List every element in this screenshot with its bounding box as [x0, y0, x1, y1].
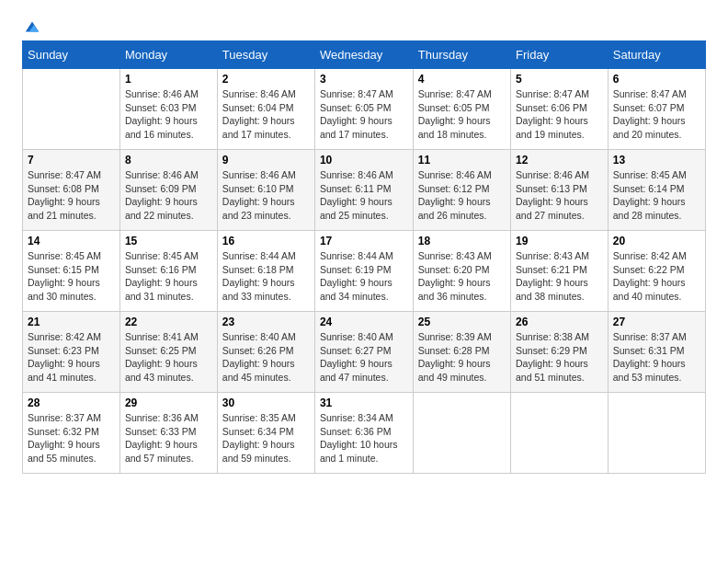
calendar-cell: 15Sunrise: 8:45 AM Sunset: 6:16 PM Dayli… [119, 231, 217, 312]
calendar-cell: 16Sunrise: 8:44 AM Sunset: 6:18 PM Dayli… [217, 231, 314, 312]
calendar-cell: 31Sunrise: 8:34 AM Sunset: 6:36 PM Dayli… [314, 393, 413, 474]
calendar-cell: 5Sunrise: 8:47 AM Sunset: 6:06 PM Daylig… [511, 69, 609, 150]
calendar-week-5: 28Sunrise: 8:37 AM Sunset: 6:32 PM Dayli… [23, 393, 706, 474]
day-info: Sunrise: 8:46 AM Sunset: 6:09 PM Dayligh… [125, 168, 212, 223]
day-info: Sunrise: 8:41 AM Sunset: 6:25 PM Dayligh… [125, 330, 212, 385]
day-info: Sunrise: 8:37 AM Sunset: 6:31 PM Dayligh… [613, 330, 700, 385]
header-day-tuesday: Tuesday [217, 41, 314, 69]
logo [22, 18, 40, 31]
day-number: 23 [222, 316, 310, 328]
calendar-cell: 19Sunrise: 8:43 AM Sunset: 6:21 PM Dayli… [511, 231, 609, 312]
calendar-cell [511, 393, 609, 474]
calendar-cell: 27Sunrise: 8:37 AM Sunset: 6:31 PM Dayli… [608, 312, 705, 393]
calendar-cell: 25Sunrise: 8:39 AM Sunset: 6:28 PM Dayli… [413, 312, 510, 393]
day-number: 2 [222, 73, 310, 86]
day-number: 9 [222, 154, 310, 167]
day-number: 18 [418, 235, 506, 247]
calendar-cell: 14Sunrise: 8:45 AM Sunset: 6:15 PM Dayli… [23, 231, 120, 312]
header-day-saturday: Saturday [608, 41, 705, 69]
calendar-cell: 26Sunrise: 8:38 AM Sunset: 6:29 PM Dayli… [511, 312, 609, 393]
day-info: Sunrise: 8:44 AM Sunset: 6:19 PM Dayligh… [320, 249, 408, 304]
day-info: Sunrise: 8:45 AM Sunset: 6:14 PM Dayligh… [613, 168, 700, 223]
calendar-cell: 28Sunrise: 8:37 AM Sunset: 6:32 PM Dayli… [23, 393, 120, 474]
day-info: Sunrise: 8:40 AM Sunset: 6:27 PM Dayligh… [320, 330, 408, 385]
calendar-cell: 30Sunrise: 8:35 AM Sunset: 6:34 PM Dayli… [217, 393, 314, 474]
calendar-cell: 12Sunrise: 8:46 AM Sunset: 6:13 PM Dayli… [511, 150, 609, 231]
day-number: 10 [320, 154, 408, 167]
day-number: 20 [613, 235, 700, 247]
header-day-sunday: Sunday [23, 41, 120, 69]
calendar-cell: 29Sunrise: 8:36 AM Sunset: 6:33 PM Dayli… [119, 393, 217, 474]
calendar-cell: 23Sunrise: 8:40 AM Sunset: 6:26 PM Dayli… [217, 312, 314, 393]
calendar-header: SundayMondayTuesdayWednesdayThursdayFrid… [23, 41, 706, 69]
day-info: Sunrise: 8:45 AM Sunset: 6:15 PM Dayligh… [28, 249, 115, 304]
calendar-week-4: 21Sunrise: 8:42 AM Sunset: 6:23 PM Dayli… [23, 312, 706, 393]
page-header [22, 18, 706, 31]
day-info: Sunrise: 8:47 AM Sunset: 6:08 PM Dayligh… [28, 168, 115, 223]
day-number: 24 [320, 316, 408, 328]
calendar-week-2: 7Sunrise: 8:47 AM Sunset: 6:08 PM Daylig… [23, 150, 706, 231]
day-info: Sunrise: 8:46 AM Sunset: 6:11 PM Dayligh… [320, 168, 408, 223]
calendar-cell [608, 393, 705, 474]
header-day-friday: Friday [511, 41, 609, 69]
calendar-cell: 6Sunrise: 8:47 AM Sunset: 6:07 PM Daylig… [608, 69, 705, 150]
calendar-cell: 10Sunrise: 8:46 AM Sunset: 6:11 PM Dayli… [314, 150, 413, 231]
logo-icon [24, 18, 40, 35]
day-number: 5 [516, 73, 603, 86]
day-info: Sunrise: 8:42 AM Sunset: 6:23 PM Dayligh… [28, 330, 115, 385]
day-number: 28 [28, 396, 115, 409]
header-day-wednesday: Wednesday [314, 41, 413, 69]
day-info: Sunrise: 8:46 AM Sunset: 6:10 PM Dayligh… [222, 168, 310, 223]
calendar-cell: 4Sunrise: 8:47 AM Sunset: 6:05 PM Daylig… [413, 69, 510, 150]
calendar-cell [413, 393, 510, 474]
day-number: 13 [613, 154, 700, 167]
day-info: Sunrise: 8:39 AM Sunset: 6:28 PM Dayligh… [418, 330, 506, 385]
day-number: 27 [613, 316, 700, 328]
day-info: Sunrise: 8:46 AM Sunset: 6:12 PM Dayligh… [418, 168, 506, 223]
day-info: Sunrise: 8:46 AM Sunset: 6:13 PM Dayligh… [516, 168, 603, 223]
calendar-cell [23, 69, 120, 150]
day-number: 12 [516, 154, 603, 167]
calendar-cell: 1Sunrise: 8:46 AM Sunset: 6:03 PM Daylig… [119, 69, 217, 150]
day-number: 11 [418, 154, 506, 167]
day-number: 15 [125, 235, 212, 247]
day-number: 16 [222, 235, 310, 247]
day-info: Sunrise: 8:40 AM Sunset: 6:26 PM Dayligh… [222, 330, 310, 385]
calendar-body: 1Sunrise: 8:46 AM Sunset: 6:03 PM Daylig… [23, 69, 706, 474]
day-info: Sunrise: 8:35 AM Sunset: 6:34 PM Dayligh… [222, 411, 310, 465]
day-info: Sunrise: 8:43 AM Sunset: 6:20 PM Dayligh… [418, 249, 506, 304]
day-number: 17 [320, 235, 408, 247]
day-number: 6 [613, 73, 700, 86]
day-info: Sunrise: 8:47 AM Sunset: 6:07 PM Dayligh… [613, 87, 700, 142]
calendar-cell: 7Sunrise: 8:47 AM Sunset: 6:08 PM Daylig… [23, 150, 120, 231]
calendar-cell: 22Sunrise: 8:41 AM Sunset: 6:25 PM Dayli… [119, 312, 217, 393]
calendar-cell: 11Sunrise: 8:46 AM Sunset: 6:12 PM Dayli… [413, 150, 510, 231]
day-info: Sunrise: 8:36 AM Sunset: 6:33 PM Dayligh… [125, 411, 212, 465]
day-info: Sunrise: 8:43 AM Sunset: 6:21 PM Dayligh… [516, 249, 603, 304]
header-day-monday: Monday [119, 41, 217, 69]
day-info: Sunrise: 8:34 AM Sunset: 6:36 PM Dayligh… [320, 411, 408, 465]
day-info: Sunrise: 8:47 AM Sunset: 6:05 PM Dayligh… [320, 87, 408, 142]
day-info: Sunrise: 8:47 AM Sunset: 6:06 PM Dayligh… [516, 87, 603, 142]
day-number: 30 [222, 396, 310, 409]
header-day-thursday: Thursday [413, 41, 510, 69]
calendar-cell: 18Sunrise: 8:43 AM Sunset: 6:20 PM Dayli… [413, 231, 510, 312]
day-info: Sunrise: 8:45 AM Sunset: 6:16 PM Dayligh… [125, 249, 212, 304]
day-info: Sunrise: 8:46 AM Sunset: 6:03 PM Dayligh… [125, 87, 212, 142]
calendar-cell: 24Sunrise: 8:40 AM Sunset: 6:27 PM Dayli… [314, 312, 413, 393]
day-number: 29 [125, 396, 212, 409]
calendar-week-1: 1Sunrise: 8:46 AM Sunset: 6:03 PM Daylig… [23, 69, 706, 150]
day-info: Sunrise: 8:37 AM Sunset: 6:32 PM Dayligh… [28, 411, 115, 465]
calendar-cell: 9Sunrise: 8:46 AM Sunset: 6:10 PM Daylig… [217, 150, 314, 231]
day-number: 14 [28, 235, 115, 247]
calendar-cell: 20Sunrise: 8:42 AM Sunset: 6:22 PM Dayli… [608, 231, 705, 312]
calendar-cell: 13Sunrise: 8:45 AM Sunset: 6:14 PM Dayli… [608, 150, 705, 231]
day-number: 3 [320, 73, 408, 86]
calendar-cell: 21Sunrise: 8:42 AM Sunset: 6:23 PM Dayli… [23, 312, 120, 393]
day-info: Sunrise: 8:47 AM Sunset: 6:05 PM Dayligh… [418, 87, 506, 142]
day-number: 1 [125, 73, 212, 86]
calendar-cell: 17Sunrise: 8:44 AM Sunset: 6:19 PM Dayli… [314, 231, 413, 312]
calendar-week-3: 14Sunrise: 8:45 AM Sunset: 6:15 PM Dayli… [23, 231, 706, 312]
day-number: 21 [28, 316, 115, 328]
day-info: Sunrise: 8:46 AM Sunset: 6:04 PM Dayligh… [222, 87, 310, 142]
